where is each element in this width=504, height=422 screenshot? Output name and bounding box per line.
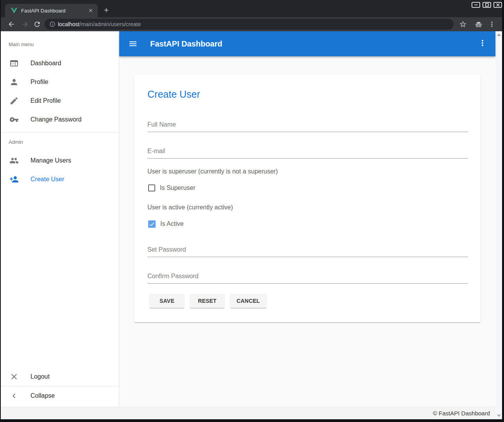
field-label: Confirm Password bbox=[147, 273, 468, 279]
bookmark-star-icon[interactable] bbox=[459, 20, 467, 28]
maximize-button[interactable] bbox=[482, 2, 491, 8]
full-name-field[interactable]: Full Name bbox=[147, 122, 468, 132]
person-add-icon bbox=[9, 175, 19, 184]
new-tab-button[interactable] bbox=[101, 5, 112, 16]
sidebar-item-label: Logout bbox=[30, 373, 50, 380]
minimize-button[interactable] bbox=[472, 2, 480, 8]
sidebar-item-label: Dashboard bbox=[30, 60, 61, 67]
browser-menu-icon[interactable] bbox=[488, 20, 496, 28]
pencil-icon bbox=[9, 96, 19, 106]
sidebar-item-label: Collapse bbox=[30, 392, 55, 399]
sidebar-item-dashboard[interactable]: Dashboard bbox=[1, 54, 119, 73]
person-icon bbox=[9, 77, 19, 87]
reload-icon[interactable] bbox=[32, 20, 42, 29]
forward-icon[interactable] bbox=[20, 20, 30, 29]
superuser-checkbox-row: Is Superuser bbox=[147, 183, 468, 193]
page-title: Create User bbox=[147, 74, 468, 99]
sidebar-item-label: Manage Users bbox=[30, 157, 71, 164]
vue-logo-icon bbox=[11, 8, 17, 13]
sidebar-item-manage-users[interactable]: Manage Users bbox=[1, 151, 119, 170]
superuser-checkbox[interactable] bbox=[148, 184, 155, 191]
active-checkbox-row: Is Active bbox=[147, 219, 468, 229]
url-text[interactable]: localhost/main/admin/users/create bbox=[58, 21, 141, 27]
sidebar-item-profile[interactable]: Profile bbox=[1, 73, 119, 91]
window-controls bbox=[472, 2, 502, 8]
sidebar-item-label: Change Password bbox=[30, 116, 82, 123]
toolbar-right bbox=[459, 20, 496, 29]
field-label: Set Password bbox=[147, 247, 468, 253]
key-icon bbox=[9, 115, 19, 124]
reset-button[interactable]: RESET bbox=[190, 294, 224, 308]
page-footer: © FastAPI Dashboard bbox=[1, 407, 495, 419]
confirm-password-field[interactable]: Confirm Password bbox=[147, 273, 468, 284]
sidebar-item-label: Profile bbox=[30, 79, 48, 86]
set-password-field[interactable]: Set Password bbox=[147, 247, 468, 257]
close-button[interactable] bbox=[493, 2, 502, 8]
scrollbar[interactable] bbox=[495, 31, 502, 419]
menu-icon[interactable] bbox=[128, 39, 138, 48]
appbar-menu-icon[interactable] bbox=[478, 38, 487, 49]
site-info-icon[interactable] bbox=[49, 21, 56, 27]
create-user-card: Create User Full Name E-mail User is sup… bbox=[134, 74, 481, 322]
address-bar[interactable]: localhost/main/admin/users/create bbox=[45, 19, 454, 30]
active-hint: User is active (currently active) bbox=[147, 204, 468, 211]
browser-window: FastAPI Dashboard localhost/main/admin/u… bbox=[0, 0, 504, 422]
back-icon[interactable] bbox=[7, 20, 16, 29]
sidebar-item-label: Edit Profile bbox=[30, 97, 61, 104]
sidebar: Main menu Dashboard Profile Edit Profile bbox=[1, 31, 119, 407]
sidebar-item-create-user[interactable]: Create User bbox=[1, 170, 119, 189]
chevron-left-icon bbox=[9, 391, 19, 401]
tab-title: FastAPI Dashboard bbox=[21, 8, 88, 14]
field-label: Full Name bbox=[147, 122, 468, 128]
save-button[interactable]: SAVE bbox=[150, 294, 184, 308]
superuser-hint: User is superuser (currently is not a su… bbox=[147, 168, 468, 175]
scroll-up-icon[interactable] bbox=[497, 34, 501, 36]
sidebar-section-label: Admin bbox=[1, 132, 119, 151]
tab-close-icon[interactable] bbox=[88, 7, 94, 14]
footer-text: © FastAPI Dashboard bbox=[433, 410, 490, 417]
close-icon bbox=[9, 372, 19, 381]
url-host: localhost bbox=[58, 21, 79, 27]
browser-toolbar: localhost/main/admin/users/create bbox=[1, 17, 502, 31]
active-checkbox-label: Is Active bbox=[160, 220, 184, 227]
scroll-down-icon[interactable] bbox=[497, 415, 501, 417]
sidebar-item-change-password[interactable]: Change Password bbox=[1, 110, 119, 129]
sidebar-item-label: Create User bbox=[30, 176, 64, 183]
group-icon bbox=[9, 156, 19, 165]
browser-tab[interactable]: FastAPI Dashboard bbox=[5, 4, 98, 17]
sidebar-section-label: Main menu bbox=[1, 36, 119, 52]
url-path: /main/admin/users/create bbox=[79, 21, 141, 27]
tab-strip: FastAPI Dashboard bbox=[1, 0, 502, 17]
page-background: Create User Full Name E-mail User is sup… bbox=[119, 56, 495, 407]
sidebar-item-logout[interactable]: Logout bbox=[1, 367, 119, 386]
field-label: E-mail bbox=[147, 148, 468, 154]
cancel-button[interactable]: CANCEL bbox=[230, 294, 266, 308]
app-bar: FastAPI Dashboard bbox=[119, 31, 495, 56]
active-checkbox[interactable] bbox=[148, 220, 156, 228]
dashboard-icon bbox=[9, 59, 19, 68]
incognito-icon bbox=[474, 20, 483, 29]
appbar-title: FastAPI Dashboard bbox=[150, 39, 222, 48]
sidebar-item-edit-profile[interactable]: Edit Profile bbox=[1, 91, 119, 110]
superuser-checkbox-label: Is Superuser bbox=[160, 184, 196, 191]
email-field[interactable]: E-mail bbox=[147, 148, 468, 159]
sidebar-item-collapse[interactable]: Collapse bbox=[1, 386, 119, 405]
